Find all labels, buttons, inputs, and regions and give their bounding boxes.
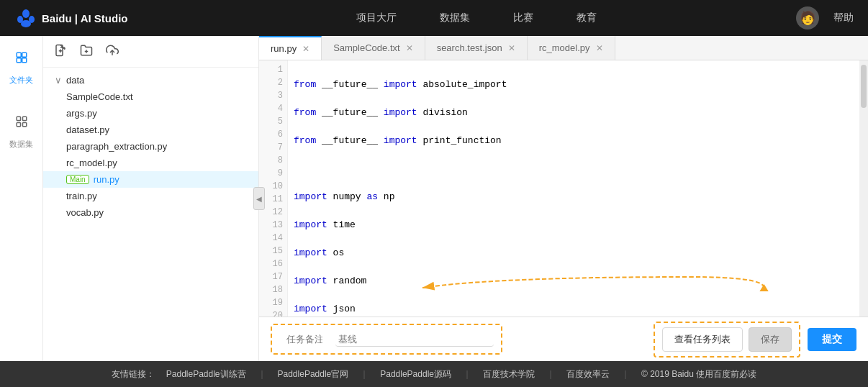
file-name: args.py (66, 108, 97, 119)
svg-point-3 (21, 20, 31, 27)
file-name: dataset.py (66, 124, 109, 135)
file-tree: ∨ data SampleCode.txt args.py dataset.py… (43, 68, 258, 361)
bottom-area: 查看任务列表 保存 提交 (259, 317, 868, 361)
tab-run-py[interactable]: run.py ✕ (259, 36, 322, 60)
svg-point-0 (22, 9, 30, 18)
nav-education[interactable]: 教育 (577, 9, 597, 27)
footer-prefix: 友情链接： (112, 368, 155, 381)
svg-rect-9 (22, 117, 26, 120)
svg-rect-5 (22, 53, 26, 57)
avatar[interactable]: 🧑 (796, 6, 819, 29)
tab-close-rcmodel[interactable]: ✕ (596, 44, 603, 53)
footer-link-source[interactable]: PaddlePaddle源码 (380, 368, 451, 381)
brand-text: Baidu | AI Studio (42, 12, 127, 24)
file-vocab[interactable]: vocab.py (43, 204, 258, 221)
sidebar-item-files[interactable] (7, 43, 36, 72)
task-note-input[interactable] (279, 329, 330, 349)
nav-links: 项目大厅 数据集 比赛 教育 (156, 9, 796, 27)
nav-projects[interactable]: 项目大厅 (356, 9, 397, 27)
tab-close-search[interactable]: ✕ (508, 44, 515, 53)
caret-icon: ∨ (55, 75, 62, 86)
footer: 友情链接： PaddlePaddle训练营 ｜ PaddlePaddle官网 ｜… (0, 361, 868, 387)
footer-link-camp[interactable]: PaddlePaddle训练营 (166, 368, 246, 381)
file-name: paragraph_extraction.py (66, 141, 167, 152)
folder-data[interactable]: ∨ data (43, 72, 258, 88)
tab-rcmodel[interactable]: rc_model.py ✕ (528, 36, 615, 60)
footer-link-cloud[interactable]: 百度效率云 (566, 368, 610, 381)
file-name: rc_model.py (66, 158, 117, 168)
file-name: train.py (66, 191, 97, 201)
main-badge: Main (66, 175, 89, 184)
submit-button[interactable]: 提交 (808, 328, 856, 351)
svg-rect-11 (22, 123, 26, 127)
file-name: SampleCode.txt (66, 91, 133, 102)
sidebar-files-label: 文件夹 (9, 75, 33, 86)
svg-rect-7 (22, 58, 26, 63)
file-rcmodel[interactable]: rc_model.py (43, 155, 258, 171)
svg-rect-8 (17, 117, 20, 120)
file-samplecode[interactable]: SampleCode.txt (43, 88, 258, 105)
folder-name: data (66, 75, 84, 86)
new-file-button[interactable] (52, 42, 69, 61)
svg-rect-6 (17, 58, 21, 63)
nav-competition[interactable]: 比赛 (513, 9, 533, 27)
tab-search-json[interactable]: search.test.json ✕ (425, 36, 528, 60)
footer-link-official[interactable]: PaddlePaddle官网 (278, 368, 349, 381)
file-panel-toolbar (43, 36, 258, 68)
file-run[interactable]: Main run.py (43, 171, 258, 188)
baseline-input[interactable] (335, 332, 494, 347)
nav-help[interactable]: 帮助 (833, 9, 854, 27)
code-editor[interactable]: 1234 5678 9101112 13141516 17181920 2122… (259, 60, 859, 317)
svg-rect-10 (17, 123, 20, 127)
tab-label: search.test.json (437, 42, 502, 53)
save-button[interactable]: 保存 (749, 327, 792, 352)
collapse-panel-button[interactable]: ◀ (253, 187, 265, 210)
scrollbar-thumb[interactable] (861, 65, 867, 108)
file-train[interactable]: train.py (43, 188, 258, 204)
sidebar: 文件夹 数据集 (0, 36, 43, 361)
file-dataset[interactable]: dataset.py (43, 122, 258, 138)
footer-copyright: © 2019 Baidu 使用百度前必读 (641, 368, 756, 381)
logo[interactable]: Baidu | AI Studio (14, 6, 127, 29)
file-args[interactable]: args.py (43, 105, 258, 122)
tab-label: run.py (271, 43, 297, 54)
svg-rect-4 (17, 53, 21, 57)
bottom-toolbar: 查看任务列表 保存 提交 (259, 317, 868, 361)
tab-label: SampleCode.txt (333, 42, 400, 53)
tabs-bar: run.py ✕ SampleCode.txt ✕ search.test.js… (259, 36, 868, 60)
nav-datasets[interactable]: 数据集 (440, 9, 470, 27)
nav-right: 🧑 帮助 (796, 6, 854, 29)
file-name: vocab.py (66, 207, 104, 218)
code-lines: from __future__ import absolute_import f… (288, 60, 859, 317)
topnav: Baidu | AI Studio 项目大厅 数据集 比赛 教育 🧑 帮助 (0, 0, 868, 36)
view-task-list-button[interactable]: 查看任务列表 (662, 327, 743, 352)
file-paragraph[interactable]: paragraph_extraction.py (43, 138, 258, 155)
main-layout: 文件夹 数据集 (0, 36, 868, 361)
tab-label: rc_model.py (539, 42, 590, 53)
sidebar-datasets-label: 数据集 (9, 139, 33, 150)
tab-close-run[interactable]: ✕ (302, 45, 309, 53)
editor-scrollbar[interactable] (859, 60, 868, 317)
file-name: run.py (94, 174, 119, 185)
upload-button[interactable] (104, 42, 121, 61)
sidebar-item-datasets[interactable] (7, 107, 36, 136)
tab-close-samplecode[interactable]: ✕ (406, 44, 413, 53)
footer-link-academy[interactable]: 百度技术学院 (483, 368, 535, 381)
new-folder-button[interactable] (78, 42, 95, 61)
tab-samplecode[interactable]: SampleCode.txt ✕ (322, 36, 425, 60)
editor-area: ◀ run.py ✕ SampleCode.txt ✕ search.test.… (259, 36, 868, 361)
file-panel: ∨ data SampleCode.txt args.py dataset.py… (43, 36, 259, 361)
